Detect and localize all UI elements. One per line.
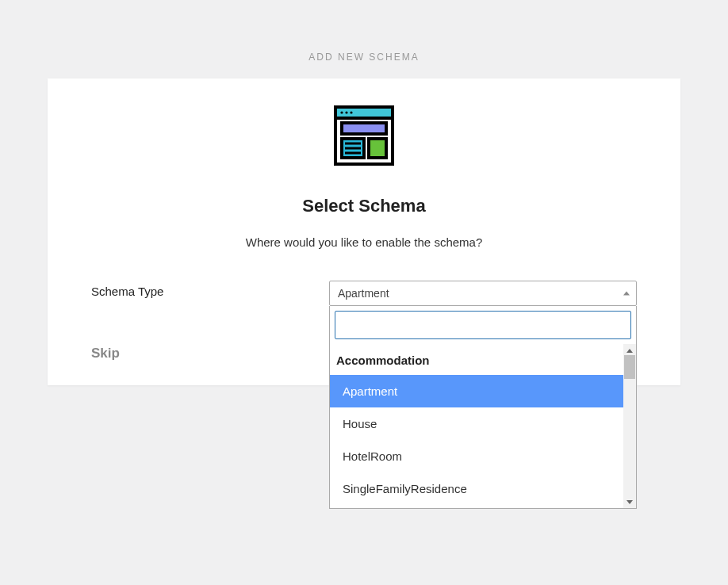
- scrollbar-down-icon[interactable]: [623, 495, 636, 508]
- schema-card: Select Schema Where would you like to en…: [48, 78, 680, 385]
- chevron-up-icon: [623, 292, 630, 296]
- schema-type-select-display[interactable]: Apartment: [329, 281, 637, 306]
- webpage-layout-icon: [331, 102, 397, 172]
- dropdown-search-wrap: [330, 306, 636, 344]
- schema-type-selected-value: Apartment: [338, 287, 389, 300]
- dropdown-body: Accommodation Apartment House HotelRoom …: [330, 344, 636, 508]
- dropdown-scrollbar[interactable]: [623, 344, 636, 508]
- svg-point-3: [345, 111, 347, 113]
- page-header: ADD NEW SCHEMA: [0, 0, 728, 78]
- dropdown-option-house[interactable]: House: [330, 407, 636, 440]
- dropdown-option-apartment[interactable]: Apartment: [330, 375, 636, 407]
- page-header-title: ADD NEW SCHEMA: [308, 52, 419, 63]
- dropdown-options: Accommodation Apartment House HotelRoom …: [330, 344, 636, 508]
- scrollbar-thumb[interactable]: [624, 355, 635, 379]
- schema-type-label: Schema Type: [91, 281, 329, 298]
- schema-icon-wrapper: [91, 102, 637, 172]
- schema-type-select: Apartment Accommodation Apartment House …: [329, 281, 637, 306]
- dropdown-option-singlefamilyresidence[interactable]: SingleFamilyResidence: [330, 472, 636, 505]
- svg-rect-1: [335, 107, 393, 118]
- svg-point-4: [350, 111, 352, 113]
- svg-point-2: [340, 111, 343, 113]
- dropdown-group-label: Accommodation: [330, 347, 636, 375]
- dropdown-option-hotelroom[interactable]: HotelRoom: [330, 440, 636, 472]
- schema-type-dropdown: Accommodation Apartment House HotelRoom …: [329, 306, 637, 509]
- card-title: Select Schema: [91, 196, 637, 216]
- dropdown-search-input[interactable]: [335, 311, 631, 339]
- schema-type-row: Schema Type Apartment Accommodation Apar…: [91, 281, 637, 306]
- svg-rect-5: [342, 123, 386, 134]
- skip-button[interactable]: Skip: [91, 346, 120, 361]
- svg-rect-10: [369, 139, 386, 158]
- card-subtitle: Where would you like to enable the schem…: [91, 235, 637, 249]
